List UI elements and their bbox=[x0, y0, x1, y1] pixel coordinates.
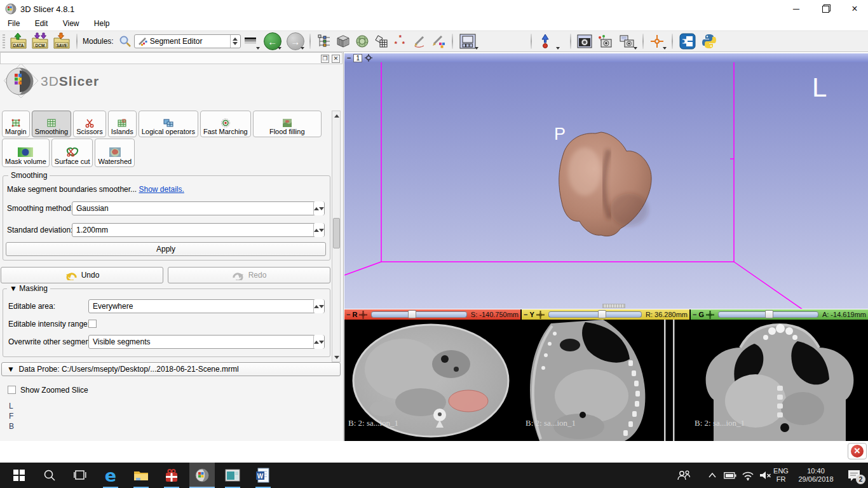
green-slice-slider[interactable] bbox=[718, 311, 818, 318]
word-taskbar-button[interactable]: W bbox=[250, 463, 276, 488]
apply-button[interactable]: Apply bbox=[6, 242, 326, 256]
green-slice-slider-handle[interactable] bbox=[765, 310, 773, 318]
clock-tray-button[interactable]: 10:40 29/06/2018 bbox=[793, 463, 839, 488]
effect-flood-filling-button[interactable]: Flood filling bbox=[253, 111, 322, 137]
view-splitter-grip[interactable] bbox=[602, 304, 625, 308]
extensions-manager-button[interactable] bbox=[677, 32, 698, 50]
file-explorer-button[interactable] bbox=[128, 463, 154, 488]
slicer-taskbar-button[interactable] bbox=[189, 463, 215, 488]
segment-editor-toolbar-button[interactable] bbox=[429, 32, 448, 50]
effect-smoothing-button[interactable]: Smoothing bbox=[32, 111, 72, 137]
editable-area-select[interactable]: Everywhere bbox=[88, 299, 325, 313]
show-details-link[interactable]: Show details. bbox=[139, 185, 184, 194]
effect-scissors-button[interactable]: Scissors bbox=[73, 111, 106, 137]
python-console-button[interactable] bbox=[698, 32, 720, 50]
view3d-collapse-button[interactable]: − bbox=[347, 54, 351, 62]
load-dicom-button[interactable]: DCM bbox=[31, 32, 50, 50]
volumes-module-button[interactable] bbox=[334, 32, 353, 50]
green-slice-viewport[interactable]: B: 2: sa...ion_1 bbox=[691, 320, 868, 441]
undo-button[interactable]: Undo bbox=[1, 267, 163, 283]
menu-edit[interactable]: Edit bbox=[30, 18, 56, 29]
gift-app-button[interactable] bbox=[159, 463, 184, 488]
snipping-app-button[interactable] bbox=[220, 463, 245, 488]
menu-view[interactable]: View bbox=[58, 18, 87, 29]
intensity-range-checkbox[interactable] bbox=[88, 320, 97, 328]
notification-badge: 2 bbox=[856, 475, 865, 484]
task-view-button[interactable] bbox=[67, 463, 93, 488]
annotations-module-button[interactable] bbox=[410, 32, 429, 50]
transforms-module-button[interactable] bbox=[372, 32, 391, 50]
save-button[interactable]: SAVE bbox=[52, 32, 71, 50]
close-button[interactable]: × bbox=[845, 3, 864, 15]
yellow-slice-pin-icon[interactable] bbox=[536, 311, 545, 319]
menu-help[interactable]: Help bbox=[89, 18, 118, 29]
green-slice-pin-icon[interactable] bbox=[706, 311, 714, 319]
yellow-slice-slider-handle[interactable] bbox=[598, 310, 606, 318]
overwrite-select[interactable]: Visible segments bbox=[88, 335, 325, 349]
method-spin[interactable] bbox=[313, 201, 324, 215]
red-slice-slider[interactable] bbox=[371, 311, 466, 318]
red-slice-pin-icon[interactable] bbox=[359, 311, 367, 319]
view3d-viewport[interactable]: P L bbox=[344, 62, 868, 309]
redo-button[interactable]: Redo bbox=[168, 267, 330, 283]
battery-tray-button[interactable] bbox=[721, 463, 740, 488]
yellow-slice-slider[interactable] bbox=[548, 311, 642, 318]
effect-islands-button[interactable]: Islands bbox=[108, 111, 137, 137]
effect-logical-operators-button[interactable]: Logical operators bbox=[139, 111, 198, 137]
load-data-button[interactable]: DATA bbox=[9, 32, 28, 50]
overwrite-spin[interactable] bbox=[313, 335, 324, 349]
scrollbar-thumb[interactable] bbox=[333, 218, 340, 248]
taskbar-search-button[interactable] bbox=[37, 463, 62, 488]
effect-mask-volume-button[interactable]: Mask volume bbox=[2, 139, 50, 167]
red-slice-viewport[interactable]: B: 2: sa...ion_1 bbox=[344, 320, 520, 441]
models-module-button[interactable] bbox=[353, 32, 372, 50]
scrollbar-up-icon[interactable] bbox=[333, 112, 340, 119]
effect-margin-button[interactable]: Margin bbox=[2, 111, 30, 137]
layout-selector-button[interactable] bbox=[457, 32, 478, 50]
crosshair-button[interactable] bbox=[648, 32, 667, 50]
effect-watershed-button[interactable]: Watershed bbox=[95, 139, 135, 167]
scene-view-restore-button[interactable] bbox=[616, 32, 637, 50]
people-tray-button[interactable] bbox=[672, 463, 695, 488]
edge-taskbar-button[interactable]: e bbox=[98, 463, 123, 488]
yellow-slice-viewport[interactable]: B: 2: sa...ion_1 bbox=[522, 320, 689, 441]
minimize-button[interactable]: ─ bbox=[787, 3, 806, 15]
smoothing-method-select[interactable]: Gaussian bbox=[72, 201, 325, 215]
panel-close-button[interactable]: ✕ bbox=[332, 55, 340, 63]
module-search-icon[interactable] bbox=[119, 35, 132, 48]
masking-group-title[interactable]: ▼ Masking bbox=[7, 284, 50, 293]
restore-button[interactable] bbox=[816, 3, 835, 15]
effect-surface-cut-button[interactable]: Surface cut bbox=[51, 139, 93, 167]
yellow-slice-collapse-button[interactable]: − bbox=[524, 311, 527, 318]
red-slice-collapse-button[interactable]: − bbox=[346, 311, 350, 318]
markups-module-button[interactable]: * * * bbox=[391, 32, 410, 50]
module-history-button[interactable] bbox=[241, 32, 260, 50]
mouse-mode-button[interactable] bbox=[536, 32, 555, 50]
language-tray-button[interactable]: ENG FR bbox=[770, 463, 792, 488]
show-zoomed-slice-checkbox[interactable] bbox=[8, 386, 16, 394]
stddev-spinbox[interactable]: 1.200mm bbox=[72, 223, 325, 237]
green-slice-collapse-button[interactable]: − bbox=[693, 311, 696, 318]
network-tray-button[interactable] bbox=[738, 463, 757, 488]
module-selector[interactable]: Segment Editor bbox=[134, 34, 241, 48]
module-selector-spin[interactable] bbox=[230, 35, 240, 48]
view3d-pin-icon[interactable] bbox=[365, 54, 372, 62]
subject-hierarchy-button[interactable] bbox=[315, 32, 334, 50]
editable-area-spin[interactable] bbox=[313, 299, 324, 313]
red-slice-slider-handle[interactable] bbox=[408, 310, 416, 318]
start-button[interactable] bbox=[6, 463, 32, 488]
error-dismiss-button[interactable]: ✕ bbox=[848, 443, 867, 459]
panel-scrollbar[interactable] bbox=[332, 111, 341, 362]
window-title: 3D Slicer 4.8.1 bbox=[20, 4, 74, 14]
scrollbar-down-icon[interactable] bbox=[333, 353, 340, 361]
panel-undock-button[interactable]: ❐ bbox=[321, 55, 329, 63]
tray-overflow-button[interactable] bbox=[703, 463, 722, 488]
stddev-spin[interactable] bbox=[313, 223, 324, 237]
toolbar-grip[interactable] bbox=[3, 34, 5, 48]
screenshot-button[interactable] bbox=[575, 32, 594, 50]
scene-view-button[interactable] bbox=[594, 32, 616, 50]
action-center-button[interactable]: 2 bbox=[840, 463, 868, 488]
menu-file[interactable]: File bbox=[3, 18, 27, 29]
data-probe-collapsible-button[interactable]: ▼ Data Probe: C:/Users/msepty/Desktop/..… bbox=[1, 362, 341, 376]
effect-fast-marching-button[interactable]: Fast Marching bbox=[200, 111, 251, 137]
